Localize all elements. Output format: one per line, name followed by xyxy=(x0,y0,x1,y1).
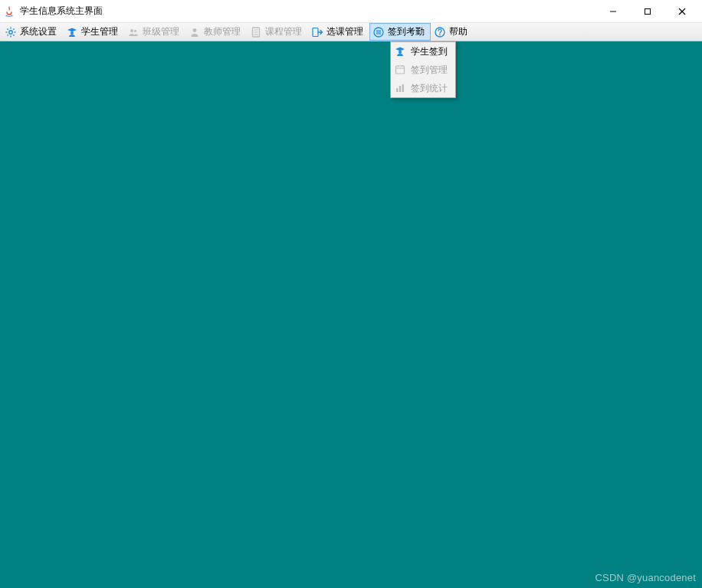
menu-label: 学生管理 xyxy=(81,25,118,38)
close-button[interactable] xyxy=(664,0,699,23)
menu-attendance[interactable]: 签到考勤 xyxy=(369,23,431,41)
dropdown-student-signin[interactable]: 学生签到 xyxy=(391,42,455,61)
menu-label: 帮助 xyxy=(449,25,467,38)
attendance-dropdown: 学生签到 签到管理 签到统计 xyxy=(390,41,456,98)
titlebar: 学生信息系统主界面 xyxy=(0,0,702,23)
checklist-icon xyxy=(372,26,385,38)
student-icon xyxy=(66,26,78,38)
window-controls xyxy=(595,0,699,22)
dropdown-label: 学生签到 xyxy=(411,45,448,58)
svg-rect-34 xyxy=(399,86,401,92)
person-icon xyxy=(189,26,201,38)
maximize-button[interactable] xyxy=(630,0,664,23)
svg-point-27 xyxy=(439,34,441,35)
window-title: 学生信息系统主界面 xyxy=(20,5,595,18)
bar-chart-icon xyxy=(394,82,406,94)
menu-class-mgmt[interactable]: 班级管理 xyxy=(124,23,185,41)
svg-rect-33 xyxy=(396,88,398,92)
menu-label: 选课管理 xyxy=(326,25,363,38)
svg-point-4 xyxy=(9,30,12,33)
calendar-icon xyxy=(394,64,406,76)
svg-rect-1 xyxy=(645,8,650,14)
group-icon xyxy=(127,26,139,38)
help-icon xyxy=(434,26,446,38)
svg-line-10 xyxy=(13,34,14,35)
menu-label: 教师管理 xyxy=(204,25,241,38)
gear-icon xyxy=(5,26,17,38)
svg-line-12 xyxy=(7,34,8,35)
svg-point-28 xyxy=(399,51,402,54)
dropdown-signin-mgmt[interactable]: 签到管理 xyxy=(391,61,455,79)
menu-label: 系统设置 xyxy=(20,25,57,38)
dropdown-signin-stats[interactable]: 签到统计 xyxy=(391,79,455,97)
menu-help[interactable]: 帮助 xyxy=(431,23,474,41)
menu-teacher-mgmt[interactable]: 教师管理 xyxy=(185,23,247,41)
menu-system-settings[interactable]: 系统设置 xyxy=(2,23,63,41)
menu-label: 班级管理 xyxy=(143,25,179,38)
dropdown-label: 签到统计 xyxy=(411,82,448,95)
arrow-right-icon xyxy=(311,26,323,38)
document-icon xyxy=(250,26,262,38)
menu-student-mgmt[interactable]: 学生管理 xyxy=(63,23,124,41)
menu-course-select-mgmt[interactable]: 选课管理 xyxy=(308,23,369,41)
watermark: CSDN @yuancodenet xyxy=(595,572,697,583)
svg-rect-35 xyxy=(402,84,404,92)
svg-point-16 xyxy=(193,28,197,32)
menu-label: 课程管理 xyxy=(265,25,302,38)
menu-label: 签到考勤 xyxy=(388,25,425,38)
menu-course-mgmt[interactable]: 课程管理 xyxy=(247,23,308,41)
java-app-icon xyxy=(3,5,15,18)
menubar: 系统设置 学生管理 班级管理 教师管理 课程管理 选课管理 签到 xyxy=(0,23,702,41)
svg-point-15 xyxy=(134,29,136,31)
svg-rect-21 xyxy=(313,28,318,36)
svg-point-13 xyxy=(71,31,74,34)
student-icon xyxy=(394,45,406,57)
minimize-button[interactable] xyxy=(595,0,630,23)
svg-line-11 xyxy=(13,28,14,29)
svg-rect-29 xyxy=(396,66,405,74)
dropdown-label: 签到管理 xyxy=(411,64,448,77)
content-area: CSDN @yuancodenet xyxy=(0,41,702,588)
svg-line-9 xyxy=(7,28,8,29)
svg-point-14 xyxy=(130,29,133,32)
